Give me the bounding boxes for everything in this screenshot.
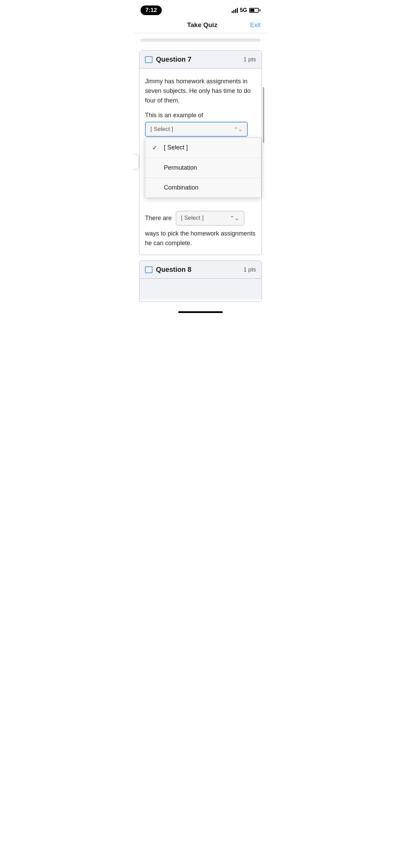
dropdown-item-1[interactable]: Permutation: [145, 158, 261, 178]
dropdown-menu-1: ✓ [ Select ] Permutation Combination: [145, 137, 262, 198]
exit-button[interactable]: Exit: [250, 22, 260, 29]
select-dropdown-1[interactable]: [ Select ] ⌃⌄: [145, 122, 248, 137]
home-indicator: [134, 307, 267, 316]
select-wrapper-1: [ Select ] ⌃⌄ ✓ [ Select ] Permutation C…: [145, 122, 248, 137]
home-bar: [178, 311, 223, 313]
inline-label-1: This is an example of: [145, 112, 256, 119]
dropdown-item-text-0: [ Select ]: [164, 144, 188, 151]
inline-label-2: There are: [145, 215, 172, 222]
play-icon: [134, 159, 134, 165]
question-7-label: Question 7: [145, 56, 191, 63]
progress-bar: [141, 39, 260, 41]
select-value-1: [ Select ]: [150, 126, 173, 133]
play-button[interactable]: [134, 154, 139, 169]
second-row: There are [ Select ] ⌃⌄: [145, 211, 256, 226]
network-label: 5G: [240, 7, 247, 13]
battery-icon: [249, 8, 260, 13]
status-right: 5G: [232, 7, 260, 13]
scrollbar[interactable]: [263, 87, 264, 143]
dropdown-item-0[interactable]: ✓ [ Select ]: [145, 138, 261, 158]
status-bar: 7:12 5G: [134, 0, 267, 19]
question-7-text: Jimmy has homework assignments in seven …: [145, 77, 256, 106]
select-dropdown-2[interactable]: [ Select ] ⌃⌄: [176, 211, 244, 226]
question-7-body: Jimmy has homework assignments in seven …: [139, 69, 262, 255]
checkmark-icon: ✓: [152, 144, 159, 152]
progress-area: [134, 33, 267, 47]
question-8-card: Question 8 1 pts: [139, 261, 262, 302]
dropdown-item-text-1: Permutation: [164, 164, 197, 171]
chevron-icon-2: ⌃⌄: [230, 215, 239, 222]
dropdown-item-2[interactable]: Combination: [145, 178, 261, 197]
dropdown-item-text-2: Combination: [164, 184, 198, 191]
flag-icon-8: [145, 266, 153, 273]
question-8-header: Question 8 1 pts: [139, 261, 262, 279]
question-8-label: Question 8: [145, 266, 191, 274]
ways-text: ways to pick the homework assignments he…: [145, 229, 256, 248]
page-title: Take Quiz: [187, 21, 217, 29]
status-time: 7:12: [141, 5, 162, 15]
chevron-icon-1: ⌃⌄: [234, 126, 242, 132]
select-value-2: [ Select ]: [181, 215, 204, 221]
question-7-points: 1 pts: [243, 56, 256, 63]
flag-icon: [145, 56, 153, 63]
question-7-header: Question 7 1 pts: [139, 51, 262, 69]
question-8-body: [139, 279, 262, 299]
nav-bar: Take Quiz Exit: [134, 19, 267, 33]
signal-bars-icon: [232, 8, 238, 13]
question-7-card: Question 7 1 pts Jimmy has homework assi…: [139, 50, 262, 255]
question-8-points: 1 pts: [243, 266, 256, 273]
